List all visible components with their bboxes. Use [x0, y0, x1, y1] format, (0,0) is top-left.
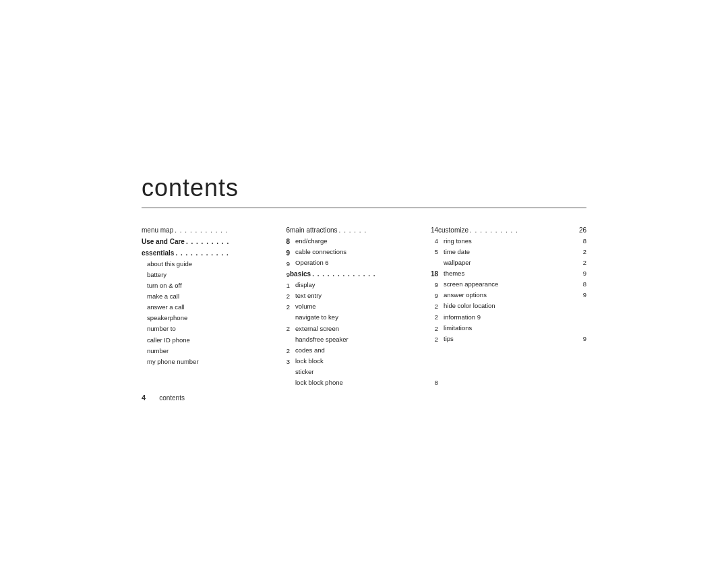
entry-label: wallpaper: [444, 257, 471, 268]
toc-entry-sub: wallpaper 2: [438, 257, 586, 268]
toc-entry-sub: external screen 2: [290, 323, 438, 334]
entry-page: 18: [431, 268, 438, 280]
entry-label: external screen: [295, 323, 339, 334]
entry-label: main attractions: [290, 224, 338, 236]
toc-entry-basics: basics . . . . . . . . . . . . . 18: [290, 268, 438, 280]
entry-label: speakerphone: [147, 313, 187, 323]
entry-label: cable connections: [295, 247, 346, 257]
toc-entry-sub: cable connections 5: [290, 247, 438, 257]
entry-label: menu map: [142, 224, 173, 236]
entry-label: lock block phone: [295, 377, 343, 388]
entry-label: text entry: [295, 290, 322, 301]
entry-label: basics: [290, 268, 311, 280]
toc-columns: menu map . . . . . . . . . . . 6 Use and…: [142, 224, 586, 389]
toc-entry-sub: hide color location: [438, 301, 586, 311]
entry-page: 8: [435, 377, 438, 388]
entry-label: limitations: [444, 323, 472, 334]
entry-label: about this guide: [147, 259, 192, 270]
entry-page: 2: [583, 257, 586, 268]
entry-page: 9: [583, 290, 586, 301]
toc-entry-sub: information 9: [438, 312, 586, 323]
entry-page: 8: [583, 236, 586, 247]
entry-label: display: [295, 280, 315, 290]
entry-label: ring tones: [444, 236, 472, 247]
toc-entry-sub: caller ID phone: [142, 335, 290, 346]
entry-dots: . . . . . . . . . . .: [175, 247, 284, 259]
entry-label: hide color location: [444, 301, 495, 311]
toc-entry-sub: lock block phone 8: [290, 377, 438, 388]
footer-label: contents: [159, 394, 185, 402]
entry-label: my phone number: [147, 356, 199, 367]
entry-label: screen appearance: [444, 279, 498, 290]
toc-entry-sub: lock block: [290, 356, 438, 367]
entry-dots: . . . . . . . . . . . . .: [312, 268, 429, 280]
entry-dots: . . . . . .: [339, 224, 429, 236]
entry-page: 26: [579, 224, 586, 236]
entry-label: tips: [444, 334, 454, 344]
entry-label: sticker: [295, 367, 313, 377]
entry-label: answer a call: [147, 302, 184, 313]
toc-entry-sub: themes 9: [438, 268, 586, 279]
toc-entry-sub: speakerphone: [142, 313, 290, 323]
entry-label: Operation 6: [295, 257, 329, 268]
toc-entry-essentials: essentials . . . . . . . . . . . 9: [142, 247, 290, 259]
entry-dots: . . . . . . . . . .: [470, 224, 578, 236]
entry-dots: . . . . . . . . . . .: [175, 224, 284, 236]
entry-label: end/charge: [295, 236, 328, 247]
entry-label: caller ID phone: [147, 335, 190, 346]
footer-page-number: 4: [142, 394, 146, 402]
entry-label: volume: [295, 301, 316, 312]
entry-label: essentials: [142, 247, 174, 259]
entry-dots: . . . . . . . . .: [186, 236, 285, 247]
toc-entry-sub: number to 2: [142, 323, 290, 334]
entry-label: handsfree speaker: [295, 334, 348, 345]
entry-page: 9: [583, 334, 586, 344]
toc-entry-sub: number 2: [142, 346, 290, 356]
toc-entry-main-attractions: main attractions . . . . . . 14: [290, 224, 438, 236]
toc-entry-sub: limitations: [438, 323, 586, 334]
toc-entry-sub: navigate to key 2: [290, 312, 438, 323]
toc-entry-sub: text entry 9: [290, 290, 438, 301]
toc-col-2: main attractions . . . . . . 14 end/char…: [290, 224, 438, 389]
entry-label: Use and Care: [142, 236, 185, 247]
toc-entry-sub: volume 2: [290, 301, 438, 312]
entry-page: 14: [431, 224, 438, 236]
toc-entry-sub: answer options 9: [438, 290, 586, 301]
entry-label: customize: [438, 224, 468, 236]
page-footer: 4 contents: [142, 394, 185, 402]
entry-label: themes: [444, 268, 464, 279]
toc-entry-sub: sticker: [290, 367, 438, 377]
entry-label: number to: [147, 323, 176, 334]
entry-label: turn on & off: [147, 280, 182, 291]
toc-entry-sub: Operation 6: [290, 257, 438, 268]
toc-entry-sub: handsfree speaker 2: [290, 334, 438, 345]
entry-label: answer options: [444, 290, 487, 301]
toc-entry-sub: battery 9: [142, 270, 290, 280]
entry-page: 2: [583, 247, 586, 257]
toc-entry-sub: my phone number 3: [142, 356, 290, 367]
toc-entry-use-care: Use and Care . . . . . . . . . 8: [142, 236, 290, 247]
entry-page: 8: [583, 279, 586, 290]
page-title: contents: [142, 174, 586, 202]
entry-label: codes and: [295, 345, 325, 356]
entry-label: information 9: [444, 312, 481, 323]
title-divider: [142, 208, 586, 208]
entry-label: time date: [444, 247, 470, 257]
toc-entry-customize: customize . . . . . . . . . . 26: [438, 224, 586, 236]
page-container: contents menu map . . . . . . . . . . . …: [101, 147, 627, 416]
toc-col-1: menu map . . . . . . . . . . . 6 Use and…: [142, 224, 290, 367]
toc-entry-sub: ring tones 8: [438, 236, 586, 247]
entry-label: number: [147, 346, 169, 356]
entry-label: battery: [147, 270, 166, 280]
entry-label: make a call: [147, 291, 179, 302]
toc-entry-sub: end/charge 4: [290, 236, 438, 247]
toc-entry-menu-map: menu map . . . . . . . . . . . 6: [142, 224, 290, 236]
toc-col-3: customize . . . . . . . . . . 26 ring to…: [438, 224, 586, 344]
toc-entry-sub: answer a call 2: [142, 302, 290, 313]
entry-label: lock block: [295, 356, 324, 367]
toc-entry-sub: make a call 2: [142, 291, 290, 302]
toc-entry-sub: screen appearance 8: [438, 279, 586, 290]
toc-entry-sub: tips 9: [438, 334, 586, 344]
entry-label: navigate to key: [295, 312, 338, 323]
toc-entry-sub: codes and: [290, 345, 438, 356]
